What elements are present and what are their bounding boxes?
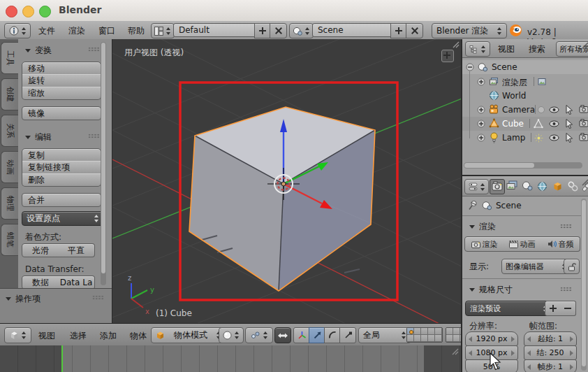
render-animation-button[interactable]: 动画 — [503, 236, 542, 252]
expand-plus-icon[interactable] — [477, 120, 485, 128]
join-button[interactable]: 合并 — [22, 193, 101, 207]
panel-drag-grip[interactable] — [88, 47, 100, 52]
add-scene-button[interactable] — [390, 23, 407, 38]
scale-manipulator-toggle[interactable] — [339, 327, 356, 343]
tab-scene[interactable] — [520, 180, 534, 193]
increment-arrow[interactable] — [570, 336, 573, 342]
tab-constraints[interactable] — [566, 180, 580, 193]
toolshelf-tab-tools[interactable]: 工具 — [1, 42, 19, 74]
translate-manipulator-toggle[interactable] — [309, 327, 325, 343]
camera-data-icon[interactable] — [537, 106, 545, 114]
expand-plus-icon[interactable] — [477, 78, 485, 86]
layer-cell[interactable] — [435, 328, 442, 335]
layer-cell[interactable] — [421, 328, 428, 335]
resolution-x-field[interactable]: 1920 px — [465, 331, 518, 346]
corner-resize-grip[interactable] — [450, 346, 460, 356]
increment-arrow[interactable] — [570, 364, 573, 370]
menu-render[interactable]: 渲染 — [66, 25, 87, 37]
visibility-eye-icon[interactable] — [549, 134, 559, 141]
scene-name-field[interactable]: Scene — [312, 23, 397, 37]
layer-cell[interactable] — [453, 328, 460, 335]
menu-add[interactable]: 添加 — [98, 330, 119, 342]
editor-type-3dview-button[interactable] — [4, 327, 31, 343]
scale-button[interactable]: 缩放 — [22, 87, 101, 100]
layer-cell[interactable] — [446, 328, 453, 335]
add-layout-button[interactable] — [254, 23, 271, 38]
increment-arrow[interactable] — [511, 350, 515, 356]
outliner-row-scene[interactable]: Scene — [462, 60, 588, 74]
outliner-row-world[interactable]: World — [462, 89, 588, 103]
open-properties-region-button[interactable] — [441, 50, 454, 62]
layer-cell[interactable] — [407, 328, 414, 335]
layer-cell[interactable] — [407, 335, 414, 342]
toolshelf-scrollbar[interactable] — [101, 42, 106, 285]
menu-object[interactable]: 物体 — [128, 330, 149, 342]
timeline[interactable] — [0, 345, 461, 372]
delete-button[interactable]: 删除 — [22, 173, 101, 187]
decrement-arrow[interactable] — [527, 336, 531, 342]
close-window-button[interactable] — [6, 6, 17, 17]
manipulate-center-points-toggle[interactable] — [274, 327, 291, 343]
render-audio-button[interactable]: 音频 — [541, 236, 580, 252]
outliner-row-cube[interactable]: Cube — [462, 117, 588, 131]
toolshelf-tab-grease-pencil[interactable]: 蜡笔 — [1, 224, 18, 256]
editor-type-info-button[interactable] — [4, 23, 31, 38]
editor-type-properties-button[interactable] — [464, 179, 489, 194]
render-layer-data-icon[interactable] — [537, 77, 547, 87]
menu-file[interactable]: 文件 — [36, 25, 57, 37]
shade-smooth-button[interactable]: 光滑 — [22, 243, 59, 257]
mode-dropdown[interactable]: 物体模式 — [151, 327, 226, 343]
delete-scene-button[interactable] — [406, 23, 423, 38]
renderability-camera-icon[interactable] — [579, 119, 588, 127]
menu-help[interactable]: 帮助 — [126, 25, 147, 37]
layer-cell[interactable] — [428, 328, 435, 335]
delete-layout-button[interactable] — [270, 23, 287, 38]
outliner-row-camera[interactable]: Camera — [462, 103, 588, 117]
timeline-playhead[interactable] — [61, 345, 63, 372]
maximize-window-button[interactable] — [39, 6, 51, 17]
tab-render[interactable] — [490, 179, 505, 194]
panel-header-operator[interactable]: 操作项 — [6, 293, 41, 305]
decrement-arrow[interactable] — [527, 350, 531, 356]
panel-header-edit[interactable]: 编辑 — [25, 131, 52, 143]
screen-layout-selector[interactable] — [151, 23, 175, 38]
panel-drag-grip[interactable] — [560, 224, 572, 229]
properties-scrollbar[interactable] — [581, 199, 587, 371]
renderability-camera-icon[interactable] — [579, 105, 588, 113]
scrollbar-thumb[interactable] — [101, 43, 105, 273]
corner-resize-grip[interactable] — [580, 177, 588, 187]
pivot-point-dropdown[interactable] — [245, 327, 273, 343]
mirror-button[interactable]: 镜像 — [22, 106, 101, 120]
outliner-row-render-layers[interactable]: 渲染层 — [462, 75, 588, 89]
editor-type-outliner-button[interactable] — [465, 41, 490, 57]
remove-preset-button[interactable] — [560, 301, 576, 316]
decrement-arrow[interactable] — [469, 336, 472, 342]
visibility-eye-icon[interactable] — [549, 106, 559, 113]
viewport-shading-dropdown[interactable] — [219, 327, 244, 343]
toolshelf-tab-physics[interactable]: 物理 — [1, 187, 18, 220]
display-mode-dropdown[interactable]: 图像编辑器 — [501, 259, 571, 274]
expand-plus-icon[interactable] — [477, 106, 485, 114]
increment-arrow[interactable] — [570, 350, 573, 356]
corner-resize-grip[interactable] — [580, 40, 588, 50]
layer-cell[interactable] — [414, 335, 421, 342]
transform-orientation-dropdown[interactable]: 全局 — [358, 327, 411, 343]
outliner-menu-search[interactable]: 搜索 — [527, 43, 547, 55]
panel-header-render[interactable]: 渲染 — [469, 221, 496, 233]
scene-selector[interactable] — [289, 23, 314, 38]
menu-window[interactable]: 窗口 — [96, 25, 117, 37]
viewport-3d[interactable]: z y x (1) Cube 用户视图 (透视) — [112, 39, 462, 323]
collapse-minus-icon[interactable] — [466, 63, 474, 71]
panel-drag-grip[interactable] — [560, 287, 572, 292]
expand-plus-icon[interactable] — [477, 134, 485, 142]
panel-drag-grip[interactable] — [88, 134, 100, 138]
decrement-arrow[interactable] — [527, 364, 531, 370]
move-button[interactable]: 移动 — [22, 62, 101, 76]
layer-cell[interactable] — [453, 335, 460, 342]
outliner-h-scrollbar[interactable] — [464, 162, 582, 169]
scrollbar-thumb[interactable] — [582, 200, 586, 366]
tab-render-layers[interactable] — [505, 180, 519, 193]
lamp-data-icon[interactable] — [534, 134, 543, 143]
layout-name-field[interactable]: Default — [173, 23, 260, 37]
menu-select[interactable]: 选择 — [68, 330, 89, 342]
